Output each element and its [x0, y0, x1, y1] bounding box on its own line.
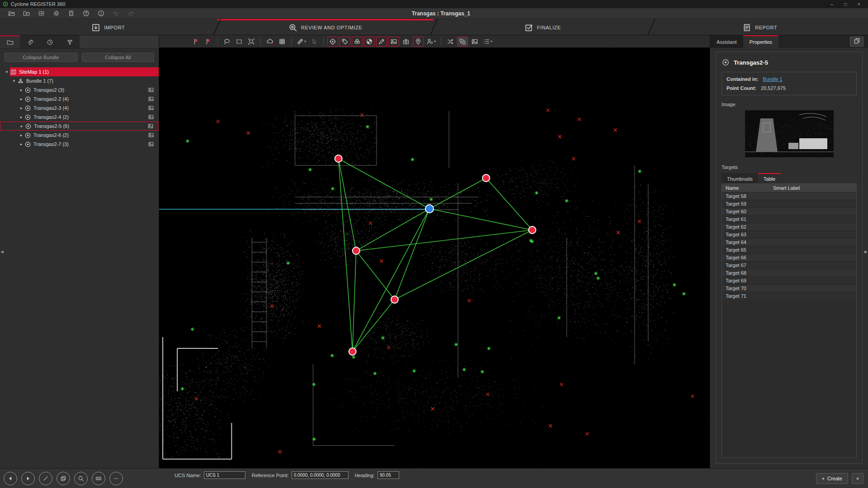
add-pin-button[interactable]	[413, 37, 424, 47]
ucs-name-input[interactable]	[204, 471, 245, 479]
layout-switch-button[interactable]	[850, 37, 863, 47]
tree-item-transgas2-2-4[interactable]: ▸Transgas2-2 (4)	[0, 94, 159, 103]
table-row[interactable]: Target 61	[722, 216, 856, 223]
auto-cloud-button[interactable]	[457, 37, 468, 47]
help-button[interactable]	[81, 9, 91, 18]
add-sphere-button[interactable]	[364, 37, 375, 47]
chevron-down-icon[interactable]: ▾	[491, 39, 492, 43]
sidebar-tab-project[interactable]	[0, 35, 20, 48]
caret-right-icon[interactable]: ▸	[18, 142, 24, 146]
add-label-button[interactable]	[340, 37, 350, 47]
collapse-bundle-button[interactable]: Collapse Bundle	[5, 53, 77, 62]
assign-user-button[interactable]: ▾	[425, 37, 437, 47]
photo-icon[interactable]	[148, 141, 154, 147]
dismiss-button[interactable]: ×	[852, 473, 863, 484]
sidebar-tab-history[interactable]	[40, 35, 60, 48]
cloud-visibility-button[interactable]	[264, 37, 275, 47]
undo-button[interactable]	[111, 9, 121, 18]
tab-thumbnails[interactable]: Thumbnails	[722, 173, 758, 183]
rect-select-button[interactable]	[234, 37, 245, 47]
more-button[interactable]	[109, 472, 123, 485]
table-row[interactable]: Target 58	[722, 192, 856, 200]
collapse-left-panel-icon[interactable]: ◀	[0, 249, 4, 254]
collapse-right-panel-icon[interactable]: ▶	[864, 249, 868, 254]
tab-properties[interactable]: Properties	[743, 35, 778, 48]
table-row[interactable]: Target 65	[722, 246, 856, 254]
workflow-step-review-and-optimize[interactable]: REVIEW AND OPTIMIZE	[217, 19, 434, 35]
tree-item-bundle-1-7[interactable]: ▾Bundle 1 (7)	[0, 76, 159, 85]
tree-item-sitemap-1-1[interactable]: ▾SiteMap 1 (1)	[0, 67, 159, 76]
add-target-button[interactable]	[327, 37, 338, 47]
scan-image-thumbnail[interactable]	[745, 110, 834, 157]
heading-input[interactable]	[377, 471, 399, 479]
photo-icon[interactable]	[148, 132, 154, 138]
caret-right-icon[interactable]: ▸	[18, 106, 24, 110]
measure-button[interactable]: ▾	[295, 37, 307, 47]
caret-right-icon[interactable]: ▸	[19, 124, 25, 128]
selected-scan-node[interactable]	[425, 205, 434, 213]
sidebar-tab-cluster[interactable]	[60, 35, 80, 48]
tree-item-transgas2-5-6[interactable]: ▸Transgas2-5 (6)	[0, 122, 159, 131]
photo-icon[interactable]	[147, 123, 154, 129]
keyboard-button[interactable]	[92, 472, 105, 485]
table-row[interactable]: Target 69	[722, 277, 856, 285]
forward-button[interactable]	[21, 472, 35, 485]
table-row[interactable]: Target 67	[722, 262, 856, 269]
chevron-down-icon[interactable]: ▾	[304, 39, 306, 43]
add-to-bundle-button[interactable]	[191, 37, 202, 47]
table-row[interactable]: Target 60	[722, 208, 856, 216]
workflow-step-import[interactable]: IMPORT	[0, 19, 217, 35]
split-link-button[interactable]	[445, 37, 456, 47]
tree-item-transgas2-7-3[interactable]: ▸Transgas2-7 (3)	[0, 140, 159, 149]
scan-setup-node[interactable]	[353, 247, 360, 254]
col-smart-label[interactable]: Smart Label	[769, 184, 856, 192]
bundle-link[interactable]: Bundle 1	[763, 76, 782, 82]
table-row[interactable]: Target 62	[722, 223, 856, 231]
settings-gear-button[interactable]	[51, 9, 61, 18]
reference-point-input[interactable]	[292, 471, 349, 479]
caret-right-icon[interactable]: ▸	[18, 97, 24, 101]
scan-setup-node[interactable]	[391, 296, 398, 303]
scan-setup-node[interactable]	[335, 155, 342, 162]
draw-button[interactable]	[39, 472, 52, 485]
tree-item-transgas2-4-2[interactable]: ▸Transgas2-4 (2)	[0, 113, 159, 122]
maximize-button[interactable]: □	[839, 0, 852, 8]
tree-item-transgas2-6-2[interactable]: ▸Transgas2-6 (2)	[0, 131, 159, 140]
caret-down-icon[interactable]: ▾	[11, 79, 17, 83]
edit-target-button[interactable]	[376, 37, 387, 47]
clone-view-button[interactable]	[57, 472, 70, 485]
back-button[interactable]	[4, 472, 17, 485]
table-view-button[interactable]: ▾	[481, 37, 494, 47]
photo-icon[interactable]	[148, 105, 154, 111]
redo-button[interactable]	[126, 9, 136, 18]
info-button[interactable]	[96, 9, 106, 18]
lasso-select-button[interactable]	[222, 37, 232, 47]
photo-icon[interactable]	[148, 114, 154, 120]
create-button[interactable]: + Create	[816, 473, 848, 484]
workflow-step-report[interactable]: REPORT	[652, 19, 868, 35]
tree-item-transgas2-3-4[interactable]: ▸Transgas2-3 (4)	[0, 103, 159, 113]
open-project-button[interactable]	[6, 9, 16, 18]
caret-right-icon[interactable]: ▸	[18, 88, 24, 92]
caret-right-icon[interactable]: ▸	[18, 115, 24, 119]
cloud-to-cloud-button[interactable]	[352, 37, 363, 47]
calculator-button[interactable]	[66, 9, 76, 18]
table-row[interactable]: Target 71	[722, 292, 856, 300]
search-button[interactable]	[74, 472, 88, 485]
photo-icon[interactable]	[148, 96, 154, 102]
scan-setup-node[interactable]	[349, 348, 356, 355]
workflow-step-finalize[interactable]: FINALIZE	[434, 19, 651, 35]
camera-button[interactable]	[401, 37, 411, 47]
grid-view-button[interactable]	[277, 37, 288, 47]
scan-setup-node[interactable]	[528, 226, 536, 234]
sidebar-tab-links[interactable]	[20, 35, 40, 48]
minimize-button[interactable]: –	[826, 0, 838, 8]
tab-table[interactable]: Table	[758, 173, 781, 183]
close-button[interactable]: ×	[853, 0, 865, 8]
pick-tool-button[interactable]	[309, 37, 320, 47]
caret-down-icon[interactable]: ▾	[4, 70, 10, 74]
table-row[interactable]: Target 66	[722, 254, 856, 262]
scan-setup-node[interactable]	[482, 174, 490, 182]
import-data-button[interactable]	[36, 9, 46, 18]
table-row[interactable]: Target 70	[722, 285, 856, 292]
